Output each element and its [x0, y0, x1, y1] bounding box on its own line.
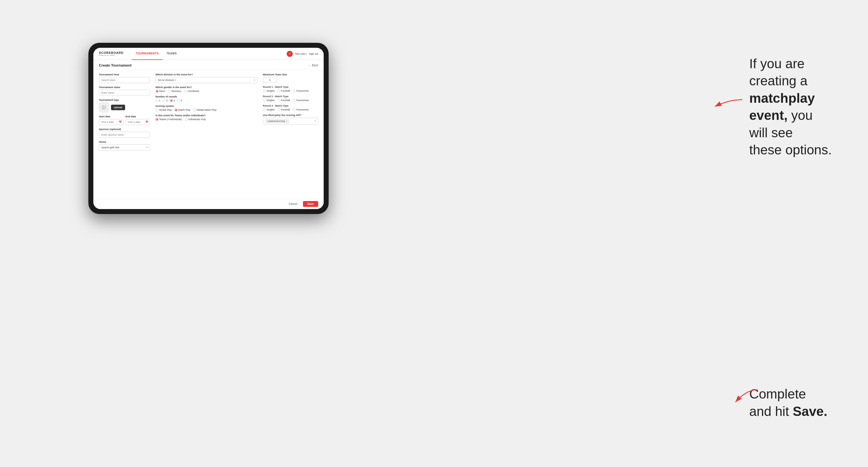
teams-option[interactable]: Teams (+Individuals) — [155, 118, 182, 121]
round1-foursomes-label: Foursomes — [296, 90, 309, 92]
round2-foursomes[interactable]: Foursomes — [293, 99, 309, 102]
round1-foursomes[interactable]: Foursomes — [293, 90, 309, 92]
rounds-field: Number of rounds 1 2 — [155, 95, 257, 102]
teams-radio-group: Teams (+Individuals) Individuals Only — [155, 118, 257, 121]
api-value: Leaderboard King — [267, 120, 285, 122]
upload-button[interactable]: Upload — [111, 105, 125, 110]
chevron-down-icon: ▾ — [315, 120, 316, 122]
middle-column: Which division is the event for? NCAA Di… — [155, 73, 257, 195]
round2-fourball-dot — [278, 99, 280, 102]
right-column: Maximum Team Size Round 1 - Match Type S… — [263, 73, 318, 195]
scoring-medal[interactable]: Medal Match Play — [193, 108, 217, 111]
individuals-option[interactable]: Individuals Only — [185, 118, 206, 121]
scoring-match-label: Match Play — [178, 108, 191, 111]
page-content: Create Tournament ← Back Tournament Host… — [93, 60, 324, 209]
round2-foursomes-label: Foursomes — [296, 99, 309, 102]
round3-fourball[interactable]: Fourball — [278, 108, 290, 111]
sponsor-input[interactable] — [99, 132, 150, 138]
round2-singles[interactable]: Singles — [263, 99, 275, 102]
logo-area: SCOREBOARD Powered by clippit — [99, 51, 123, 56]
arrow-save-icon — [733, 388, 760, 405]
round3-match-type: Round 3 - Match Type Singles Fourball — [263, 104, 318, 111]
round3-label: Round 3 - Match Type — [263, 104, 318, 107]
nav-links: TOURNAMENTS TEAMS — [132, 48, 287, 60]
end-date-field: End date 📅 — [126, 115, 150, 125]
teams-label: Is this event for Teams and/or Individua… — [155, 114, 257, 117]
nav-teams[interactable]: TEAMS — [163, 48, 181, 60]
arrow-matchplay-icon — [712, 98, 745, 112]
cancel-button[interactable]: Cancel — [285, 201, 301, 207]
sponsor-label: Sponsor (optional) — [99, 128, 150, 131]
round3-foursomes[interactable]: Foursomes — [293, 108, 309, 111]
round3-fourball-label: Fourball — [281, 108, 290, 111]
round1-fourball[interactable]: Fourball — [278, 90, 290, 92]
signout-link[interactable]: Sign out — [309, 53, 318, 55]
scoring-match[interactable]: Match Play — [175, 108, 191, 111]
round-4[interactable]: 4 — [177, 99, 182, 102]
round1-singles-dot — [263, 90, 266, 92]
tournament-name-label: Tournament name — [99, 86, 150, 89]
start-date-field: Start date 📅 — [99, 115, 123, 125]
teams-option-dot — [155, 118, 158, 121]
round1-singles-label: Singles — [267, 90, 275, 92]
sponsor-field: Sponsor (optional) — [99, 128, 150, 138]
round-3[interactable]: 3 — [170, 99, 175, 102]
round-2-dot — [163, 99, 165, 102]
logo-preview — [99, 102, 109, 113]
back-button[interactable]: ← Back — [308, 64, 318, 67]
round-4-label: 4 — [181, 99, 182, 102]
round1-label: Round 1 - Match Type — [263, 86, 318, 88]
round2-options: Singles Fourball Foursomes — [263, 99, 318, 102]
tablet-device: SCOREBOARD Powered by clippit TOURNAMENT… — [88, 43, 329, 214]
max-team-size-label: Maximum Team Size — [263, 73, 318, 76]
teams-option-label: Teams (+Individuals) — [159, 118, 182, 121]
scoring-stroke[interactable]: Stroke Play — [155, 108, 172, 111]
round2-fourball-label: Fourball — [281, 99, 290, 102]
round-2[interactable]: 2 — [163, 99, 167, 102]
end-date-label: End date — [126, 115, 150, 118]
left-column: Tournament Host Tournament name Tourname… — [99, 73, 150, 195]
round2-fourball[interactable]: Fourball — [278, 99, 290, 102]
round2-singles-dot — [263, 99, 266, 102]
tournament-host-input[interactable] — [99, 77, 150, 83]
venue-label: Venue — [99, 141, 150, 143]
round3-singles[interactable]: Singles — [263, 108, 275, 111]
api-select-wrap[interactable]: Leaderboard King × ▾ — [263, 118, 318, 125]
tournament-name-input[interactable] — [99, 90, 150, 96]
round2-match-type: Round 2 - Match Type Singles Fourball — [263, 95, 318, 102]
gender-mens[interactable]: Mens — [155, 90, 165, 93]
venue-field: Venue Search golf club — [99, 141, 150, 151]
round3-foursomes-dot — [293, 108, 296, 111]
round-2-label: 2 — [166, 99, 167, 102]
save-button[interactable]: Save — [303, 201, 318, 207]
gender-combined[interactable]: Combined — [184, 90, 199, 93]
scoring-medal-label: Medal Match Play — [197, 108, 217, 111]
gender-womens[interactable]: Womens — [168, 90, 181, 93]
round2-label: Round 2 - Match Type — [263, 95, 318, 98]
max-team-size-field: Maximum Team Size — [263, 73, 318, 83]
api-remove-icon[interactable]: × — [286, 120, 287, 122]
individuals-option-dot — [185, 118, 188, 121]
logo-sub: Powered by clippit — [99, 54, 123, 56]
round3-options: Singles Fourball Foursomes — [263, 108, 318, 111]
avatar: T — [287, 51, 293, 57]
scoring-match-dot — [175, 108, 177, 111]
division-select[interactable]: NCAA Division I — [155, 77, 257, 83]
gender-label: Which gender is the event for? — [155, 86, 257, 89]
calendar-icon: 📅 — [119, 121, 122, 123]
gender-radio-group: Mens Womens Combined — [155, 90, 257, 93]
api-label: Use third-party live scoring API? — [263, 114, 318, 117]
scoring-radio-group: Stroke Play Match Play Medal Match Play — [155, 108, 257, 111]
round-1[interactable]: 1 — [155, 99, 160, 102]
round1-singles[interactable]: Singles — [263, 90, 275, 92]
nav-right: T Test User | Sign out — [287, 51, 318, 57]
gender-womens-label: Womens — [172, 90, 181, 93]
gender-field: Which gender is the event for? Mens Wome… — [155, 86, 257, 93]
calendar-icon-end: 📅 — [145, 121, 148, 123]
venue-select[interactable]: Search golf club — [99, 145, 150, 151]
round-4-dot — [177, 99, 180, 102]
max-team-size-input[interactable] — [263, 77, 277, 83]
tournament-host-field: Tournament Host — [99, 73, 150, 83]
svg-point-1 — [103, 106, 103, 107]
nav-tournaments[interactable]: TOURNAMENTS — [132, 48, 162, 60]
